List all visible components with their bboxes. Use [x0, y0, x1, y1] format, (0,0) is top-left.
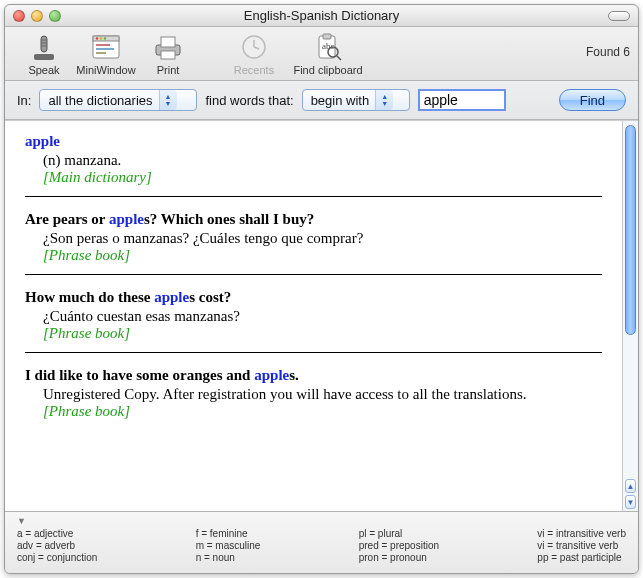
entry-headline: How much do these apples cost? [25, 289, 602, 306]
match-highlight: apple [109, 211, 144, 227]
speak-label: Speak [28, 64, 59, 76]
legend-item: pl = plural [359, 528, 439, 539]
scope-select[interactable]: all the dictionaries ▲▼ [39, 89, 197, 111]
find-button[interactable]: Find [559, 89, 626, 111]
legend-item: adv = adverb [17, 540, 97, 551]
find-clipboard-label: Find clipboard [293, 64, 362, 76]
app-window: English-Spanish Dictionary Speak [4, 4, 639, 574]
match-highlight: apple [154, 289, 189, 305]
result-entry: Are pears or apples? Which ones shall I … [25, 211, 602, 264]
match-highlight: apple [254, 367, 289, 383]
legend-item: pron = pronoun [359, 552, 439, 563]
chevron-updown-icon: ▲▼ [375, 90, 393, 110]
titlebar: English-Spanish Dictionary [5, 5, 638, 27]
result-entry: I did like to have some oranges and appl… [25, 367, 602, 420]
entry-definition: (n) manzana. [43, 150, 602, 169]
match-mode-select[interactable]: begin with ▲▼ [302, 89, 410, 111]
scroll-down-button[interactable]: ▼ [625, 495, 636, 509]
svg-rect-15 [161, 37, 175, 47]
svg-point-10 [104, 37, 106, 39]
result-entry: apple(n) manzana.[Main dictionary] [25, 133, 602, 186]
scrollbar[interactable]: ▲ ▼ [622, 121, 638, 511]
entry-source: [Phrase book] [43, 403, 602, 420]
legend-item: vi = transitive verb [537, 540, 626, 551]
legend-toggle[interactable]: ▼ [17, 516, 626, 526]
print-label: Print [157, 64, 180, 76]
legend-item: pred = preposition [359, 540, 439, 551]
legend-item: m = masculine [196, 540, 261, 551]
scope-label: In: [17, 93, 31, 108]
svg-rect-0 [34, 54, 54, 60]
entry-definition: ¿Cuánto cuestan esas manzanas? [43, 306, 602, 325]
match-mode-value: begin with [311, 93, 376, 108]
recents-button[interactable]: Recents [223, 31, 285, 76]
svg-rect-11 [96, 44, 110, 46]
microphone-icon [28, 31, 60, 63]
speak-button[interactable]: Speak [13, 31, 75, 76]
miniwindow-button[interactable]: MiniWindow [75, 31, 137, 76]
results-pane: apple(n) manzana.[Main dictionary]Are pe… [5, 121, 622, 511]
svg-point-9 [100, 37, 102, 39]
content-wrap: apple(n) manzana.[Main dictionary]Are pe… [5, 120, 638, 511]
legend-column: pl = pluralpred = prepositionpron = pron… [359, 528, 439, 563]
results-count: Found 6 [586, 45, 630, 62]
chevron-updown-icon: ▲▼ [159, 90, 177, 110]
svg-rect-13 [96, 52, 106, 54]
legend-item: a = adjective [17, 528, 97, 539]
entry-headline: I did like to have some oranges and appl… [25, 367, 602, 384]
entry-definition: ¿Son peras o manzanas? ¿Cuáles tengo que… [43, 228, 602, 247]
svg-rect-16 [161, 51, 175, 59]
find-clipboard-button[interactable]: abc Find clipboard [285, 31, 371, 76]
search-bar: In: all the dictionaries ▲▼ find words t… [5, 81, 638, 120]
miniwindow-label: MiniWindow [76, 64, 135, 76]
clock-icon [238, 31, 270, 63]
scroll-up-button[interactable]: ▲ [625, 479, 636, 493]
legend-column: vi = intransitive verbvi = transitive ve… [537, 528, 626, 563]
legend-item: vi = intransitive verb [537, 528, 626, 539]
separator [25, 274, 602, 275]
svg-rect-1 [41, 36, 47, 52]
entry-source: [Main dictionary] [43, 169, 602, 186]
svg-rect-21 [323, 34, 331, 39]
scroll-thumb[interactable] [625, 125, 636, 335]
separator [25, 352, 602, 353]
entry-headline: apple [25, 133, 602, 150]
scope-value: all the dictionaries [48, 93, 158, 108]
recents-label: Recents [234, 64, 274, 76]
toolbar: Speak MiniWindow [5, 27, 638, 81]
legend-item: f = feminine [196, 528, 261, 539]
print-button[interactable]: Print [137, 31, 199, 76]
result-entry: How much do these apples cost?¿Cuánto cu… [25, 289, 602, 342]
legend: ▼ a = adjectiveadv = adverbconj = conjun… [5, 511, 638, 573]
match-label: find words that: [205, 93, 293, 108]
svg-rect-12 [96, 48, 114, 50]
svg-point-8 [96, 37, 98, 39]
miniwindow-icon [90, 31, 122, 63]
legend-item: pp = past participle [537, 552, 626, 563]
legend-column: f = femininem = masculinen = noun [196, 528, 261, 563]
svg-line-24 [337, 56, 341, 60]
printer-icon [152, 31, 184, 63]
entry-source: [Phrase book] [43, 247, 602, 264]
legend-item: conj = conjunction [17, 552, 97, 563]
clipboard-search-icon: abc [312, 31, 344, 63]
legend-column: a = adjectiveadv = adverbconj = conjunct… [17, 528, 97, 563]
match-highlight: apple [25, 133, 60, 149]
legend-item: n = noun [196, 552, 261, 563]
search-input[interactable] [418, 89, 506, 111]
entry-headline: Are pears or apples? Which ones shall I … [25, 211, 602, 228]
entry-source: [Phrase book] [43, 325, 602, 342]
window-title: English-Spanish Dictionary [5, 8, 638, 23]
separator [25, 196, 602, 197]
entry-definition: Unregistered Copy. After registration yo… [43, 384, 602, 403]
